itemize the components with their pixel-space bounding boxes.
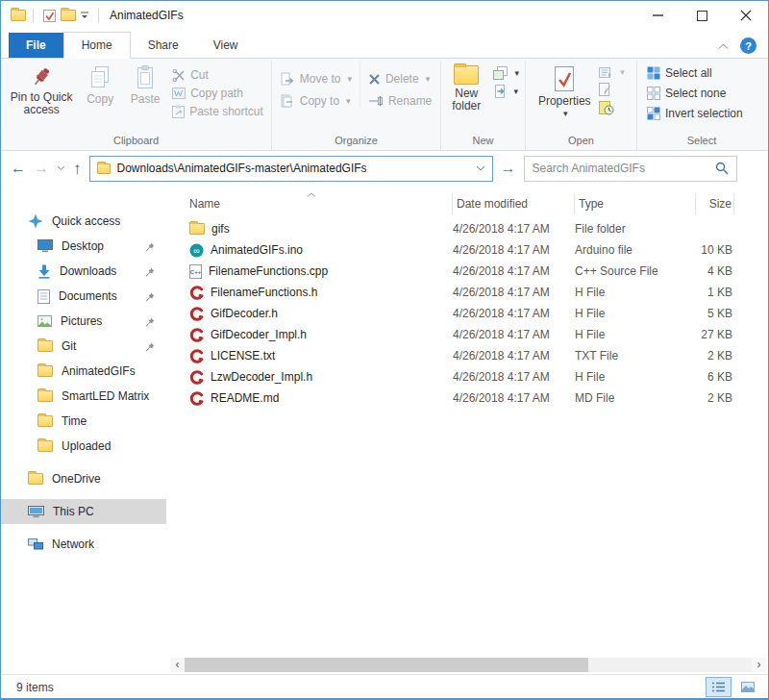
sidebar-item-pictures[interactable]: Pictures bbox=[1, 309, 166, 334]
file-row[interactable]: gifs 4/26/2018 4:17 AM File folder bbox=[170, 218, 768, 239]
scroll-left-icon[interactable]: ‹ bbox=[170, 658, 185, 672]
sidebar-item-label: This PC bbox=[53, 505, 94, 518]
sidebar-item-quick-access[interactable]: Quick access bbox=[1, 209, 166, 234]
easy-access-button[interactable]: ▾ bbox=[493, 85, 519, 98]
copy-to-button[interactable]: Copy to ▾ bbox=[281, 94, 352, 108]
tab-home[interactable]: Home bbox=[63, 32, 131, 59]
sidebar-item-time[interactable]: Time bbox=[1, 409, 166, 434]
file-type: TXT File bbox=[575, 349, 696, 362]
h-file-icon bbox=[189, 328, 204, 342]
arduino-file-icon: ∞ bbox=[189, 243, 204, 258]
pin-icon bbox=[145, 241, 155, 255]
forward-button[interactable]: → bbox=[34, 161, 49, 176]
file-row[interactable]: ∞AnimatedGIFs.ino 4/26/2018 4:17 AM Ardu… bbox=[170, 239, 768, 261]
address-path: Downloads\AnimatedGIFs-master\AnimatedGI… bbox=[117, 162, 367, 175]
paste-shortcut-button[interactable]: Paste shortcut bbox=[172, 105, 263, 118]
new-item-icon bbox=[493, 66, 508, 80]
file-row[interactable]: GifDecoder_Impl.h 4/26/2018 4:17 AM H Fi… bbox=[170, 324, 768, 345]
sidebar-item-smartled-matrix[interactable]: SmartLED Matrix bbox=[1, 384, 166, 409]
scroll-right-icon[interactable]: › bbox=[752, 658, 766, 672]
file-row[interactable]: C++FilenameFunctions.cpp 4/26/2018 4:17 … bbox=[170, 261, 768, 282]
tab-share[interactable]: Share bbox=[131, 33, 196, 58]
file-row[interactable]: LICENSE.txt 4/26/2018 4:17 AM TXT File 2… bbox=[170, 345, 768, 366]
file-name: gifs bbox=[211, 222, 230, 236]
close-button[interactable] bbox=[724, 1, 768, 30]
scrollbar-thumb[interactable] bbox=[185, 658, 588, 672]
qat-customize-dropdown[interactable] bbox=[78, 5, 91, 26]
sidebar-item-documents[interactable]: Documents bbox=[1, 284, 166, 309]
address-dropdown-icon[interactable] bbox=[476, 165, 485, 171]
delete-button[interactable]: Delete ▾ bbox=[368, 72, 432, 86]
select-all-button[interactable]: Select all bbox=[647, 66, 743, 80]
separator bbox=[98, 9, 99, 22]
sidebar-item-uploaded[interactable]: Uploaded bbox=[1, 434, 166, 459]
maximize-button[interactable] bbox=[680, 1, 724, 30]
scrollbar-track[interactable] bbox=[185, 658, 752, 672]
sidebar-item-network[interactable]: Network bbox=[1, 532, 166, 557]
ribbon: Pin to Quick access Copy Paste Cut bbox=[1, 59, 768, 151]
invert-selection-button[interactable]: Invert selection bbox=[647, 107, 743, 120]
edit-button[interactable] bbox=[599, 83, 625, 96]
copy-icon bbox=[88, 65, 112, 90]
dropdown-icon: ▾ bbox=[620, 67, 625, 77]
sidebar-item-animatedgifs[interactable]: AnimatedGIFs bbox=[1, 359, 166, 384]
search-icon[interactable] bbox=[715, 162, 729, 175]
new-item-button[interactable]: ▾ bbox=[493, 66, 519, 80]
column-header-size[interactable]: Size bbox=[696, 193, 734, 214]
sidebar-item-this-pc[interactable]: This PC bbox=[1, 499, 166, 524]
file-type: H File bbox=[575, 328, 696, 341]
select-group-label: Select bbox=[639, 134, 764, 150]
dropdown-icon: ▾ bbox=[513, 87, 518, 96]
pin-to-quick-access-button[interactable]: Pin to Quick access bbox=[5, 61, 78, 116]
new-folder-button[interactable]: New folder bbox=[443, 61, 489, 112]
pin-to-quick-access-label: Pin to Quick access bbox=[10, 91, 73, 116]
sidebar-item-label: Time bbox=[62, 414, 87, 428]
file-row[interactable]: GifDecoder.h 4/26/2018 4:17 AM H File 5 … bbox=[170, 303, 768, 324]
properties-button[interactable]: Properties ▾ bbox=[533, 61, 595, 120]
rename-icon bbox=[368, 95, 384, 107]
move-to-button[interactable]: Move to ▾ bbox=[281, 72, 352, 86]
organize-col-2: Delete ▾ Rename bbox=[360, 61, 439, 108]
copy-path-button[interactable]: Copy path bbox=[172, 87, 263, 100]
file-row[interactable]: FilenameFunctions.h 4/26/2018 4:17 AM H … bbox=[170, 282, 768, 303]
search-input[interactable] bbox=[533, 162, 715, 175]
file-row[interactable]: LzwDecoder_Impl.h 4/26/2018 4:17 AM H Fi… bbox=[170, 366, 768, 388]
folder-icon bbox=[37, 365, 53, 377]
h-file-icon bbox=[189, 286, 204, 300]
file-row[interactable]: README.md 4/26/2018 4:17 AM MD File 2 KB bbox=[170, 388, 768, 409]
qat-new-folder-button[interactable] bbox=[59, 5, 78, 26]
qat-properties-button[interactable] bbox=[40, 5, 59, 26]
minimize-button[interactable] bbox=[635, 1, 680, 30]
sidebar-item-downloads[interactable]: Downloads bbox=[1, 259, 166, 284]
select-none-label: Select none bbox=[665, 87, 726, 100]
sidebar-item-desktop[interactable]: Desktop bbox=[1, 234, 166, 259]
select-none-button[interactable]: Select none bbox=[647, 87, 743, 100]
open-button[interactable]: ▾ bbox=[599, 65, 625, 78]
sidebar-item-label: Quick access bbox=[52, 214, 120, 228]
up-button[interactable]: ↑ bbox=[73, 161, 82, 177]
file-name: FilenameFunctions.h bbox=[211, 286, 317, 299]
sidebar-item-onedrive[interactable]: OneDrive bbox=[1, 466, 166, 491]
back-button[interactable]: ← bbox=[11, 161, 26, 176]
column-header-type[interactable]: Type bbox=[575, 193, 696, 214]
column-header-date-modified[interactable]: Date modified bbox=[453, 193, 575, 214]
recent-locations-dropdown[interactable] bbox=[57, 165, 65, 171]
large-icons-view-button[interactable] bbox=[734, 677, 760, 697]
copy-button[interactable]: Copy bbox=[78, 61, 122, 106]
file-size: 1 KB bbox=[696, 286, 734, 299]
go-to-button[interactable]: → bbox=[501, 161, 516, 176]
address-bar[interactable]: Downloads\AnimatedGIFs-master\AnimatedGI… bbox=[89, 156, 493, 182]
tab-view[interactable]: View bbox=[196, 33, 256, 58]
delete-icon bbox=[368, 73, 381, 86]
rename-button[interactable]: Rename bbox=[368, 94, 432, 108]
pin-icon bbox=[145, 341, 155, 355]
history-button[interactable] bbox=[599, 101, 625, 115]
paste-button[interactable]: Paste bbox=[122, 61, 168, 106]
file-name: GifDecoder.h bbox=[211, 307, 278, 320]
cut-button[interactable]: Cut bbox=[172, 68, 263, 82]
help-button[interactable]: ? bbox=[740, 38, 757, 54]
sidebar-item-git[interactable]: Git bbox=[1, 334, 166, 359]
tab-file[interactable]: File bbox=[9, 33, 63, 58]
details-view-button[interactable] bbox=[706, 677, 732, 697]
collapse-ribbon-icon[interactable] bbox=[718, 43, 729, 49]
